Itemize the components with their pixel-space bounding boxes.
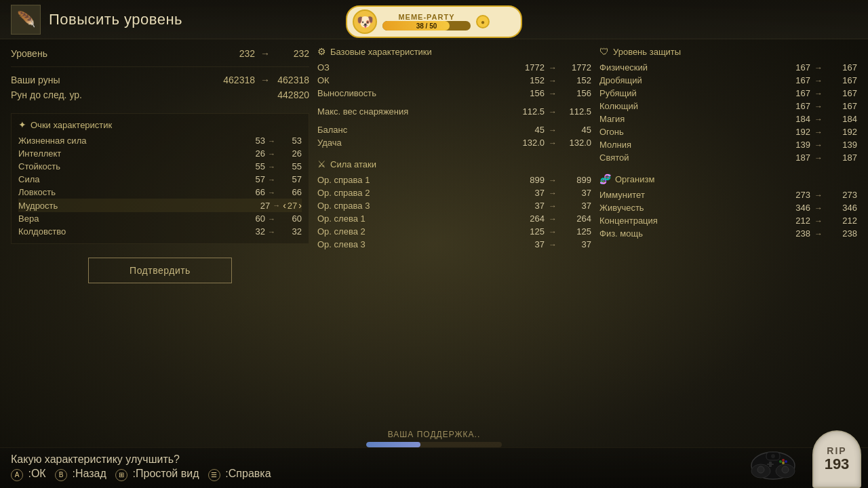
main-content: Уровень 232 → 232 Ваши руны 462318 → 462… [0,39,868,447]
attack-row-r1: Ор. справа 1 899 → 899 [317,174,591,186]
characteristics-title: ✦ Очки характеристик [18,119,302,130]
organism-immunity: Иммунитет 273 → 273 [599,188,857,201]
organism-toughness: Живучесть 346 → 346 [599,201,857,214]
defense-fire: Огонь 192 → 192 [599,125,857,138]
right-panel: 🛡 Уровень защиты Физический 167 → 167 Др… [599,46,857,441]
char-row-wisdom[interactable]: Мудрость 27 → ‹ 27 › [18,199,302,212]
defense-slash: Рубящий 167 → 167 [599,87,857,100]
char-row-faith: Вера 60 → 60 [18,212,302,225]
confirm-button[interactable]: Подтвердить [88,258,232,283]
meme-party-label: MEME-PARTY [382,13,471,21]
level-row-level: Уровень 232 → 232 [11,46,309,61]
attack-row-l3: Ор. слева 3 37 → 37 [317,238,591,251]
meme-party-banner: 🐶 MEME-PARTY 38 / 50 ● [346,5,522,38]
controller-icon [746,445,800,483]
svg-point-10 [782,459,785,462]
svg-point-9 [779,460,782,463]
rip-text: RIP [827,445,846,456]
defense-magic: Магия 184 → 184 [599,113,857,125]
char-decrease-btn[interactable]: ‹ [283,200,286,211]
svg-point-12 [782,462,785,464]
level-value: 232 [208,48,255,59]
attack-row-r3: Ор. справа 3 37 → 37 [317,199,591,212]
defense-physical: Физический 167 → 167 [599,61,857,74]
header-icon: 🪶 [11,5,41,35]
meme-coin-icon: ● [476,15,490,28]
stat-row-oz: ОЗ 1772 → 1772 [317,61,591,74]
base-stats-title: ⚙ Базовые характеристики [317,46,591,57]
svg-point-6 [782,466,789,473]
level-value-after: 232 [275,48,309,59]
char-row-endurance: Стойкость 55 → 55 [18,160,302,173]
characteristics-icon: ✦ [18,119,26,130]
support-bar [366,442,502,447]
organism-icon: 🧬 [599,174,611,184]
btn-menu: ☰ [208,469,220,481]
char-row-strength: Сила 57 → 57 [18,173,302,186]
stat-row-ok: ОК 152 → 152 [317,74,591,87]
level-label: Уровень [11,48,208,59]
defense-lightning: Молния 139 → 139 [599,138,857,151]
runes-label: Ваши руны [11,75,208,85]
svg-point-5 [757,466,764,473]
defense-icon: 🛡 [599,46,609,57]
support-label: ВАША ПОДДЕРЖКА.. [332,430,536,439]
svg-point-4 [771,454,775,458]
runes-arrow: → [260,75,270,85]
svg-point-11 [785,460,787,463]
controller-area [746,445,800,485]
stat-row-balance: Баланс 45 → 45 [317,123,591,136]
meme-progress-text: 38 / 50 [382,21,471,30]
attack-row-r2: Ор. справа 2 37 → 37 [317,186,591,199]
level-arrow: → [260,48,270,59]
support-fill [366,442,420,447]
meme-progress-bar: 38 / 50 [382,21,471,30]
bottom-controls: A :ОК B :Назад ⊞ :Простой вид ☰ :Справка [11,468,271,481]
organism-concentration: Концентрация 212 → 212 [599,214,857,227]
svg-rect-8 [767,464,774,465]
defense-holy: Святой 187 → 187 [599,151,857,164]
btn-b: B [55,469,67,481]
runes-next-label: Рун до след. ур. [11,89,217,100]
char-row-sorcery: Колдовство 32 → 32 [18,225,302,238]
support-area: ВАША ПОДДЕРЖКА.. [332,430,536,447]
rip-area: RIP 193 [812,430,861,488]
base-stats-icon: ⚙ [317,46,326,57]
char-increase-btn[interactable]: › [298,200,302,211]
header: 🪶 Повысить уровень 🐶 MEME-PARTY 38 / 50 … [0,0,868,39]
defense-title: 🛡 Уровень защиты [599,46,857,57]
defense-pierce: Колющий 167 → 167 [599,100,857,113]
stat-row-luck: Удача 132.0 → 132.0 [317,136,591,149]
characteristics-section: ✦ Очки характеристик Жизненная сила 53 →… [11,113,309,244]
char-wisdom-nav[interactable]: ‹ 27 › [283,200,302,211]
attack-icon: ⚔ [317,159,326,169]
organism-title: 🧬 Организм [599,174,857,184]
stat-row-stamina: Выносливость 156 → 156 [317,87,591,100]
level-section: Уровень 232 → 232 Ваши руны 462318 → 462… [11,46,309,102]
defense-section: 🛡 Уровень защиты Физический 167 → 167 Др… [599,46,857,164]
level-row-runes-next: Рун до след. ур. 442820 [11,87,309,102]
attack-stats-title: ⚔ Сила атаки [317,159,591,169]
attack-row-l1: Ор. слева 1 264 → 264 [317,212,591,225]
level-row-runes: Ваши руны 462318 → 462318 [11,73,309,87]
attack-row-l2: Ор. слева 2 125 → 125 [317,225,591,238]
left-panel: Уровень 232 → 232 Ваши руны 462318 → 462… [11,46,309,441]
base-stats-section: ⚙ Базовые характеристики ОЗ 1772 → 1772 … [317,46,591,149]
center-panel: ⚙ Базовые характеристики ОЗ 1772 → 1772 … [317,46,591,441]
organism-physpower: Физ. мощь 238 → 238 [599,227,857,240]
bottom-bar: Какую характеристику улучшить? A :ОК B :… [0,447,868,488]
rip-tombstone: RIP 193 [812,430,861,488]
runes-next-value-after: 442820 [275,89,309,100]
organism-section: 🧬 Организм Иммунитет 273 → 273 Живучесть… [599,174,857,240]
btn-view: ⊞ [115,469,127,481]
char-row-dexterity: Ловкость 66 → 66 [18,186,302,199]
attack-stats-section: ⚔ Сила атаки Ор. справа 1 899 → 899 Ор. … [317,159,591,251]
char-row-intellect: Интеллект 26 → 26 [18,147,302,160]
page-title: Повысить уровень [49,11,182,28]
rip-number: 193 [825,456,850,472]
btn-a: A [11,469,23,481]
bottom-hint-question: Какую характеристику улучшить? [11,453,271,466]
runes-value: 462318 [208,75,255,85]
defense-crush: Дробящий 167 → 167 [599,74,857,87]
stat-row-weight: Макс. вес снаряжения 112.5 → 112.5 [317,105,591,118]
